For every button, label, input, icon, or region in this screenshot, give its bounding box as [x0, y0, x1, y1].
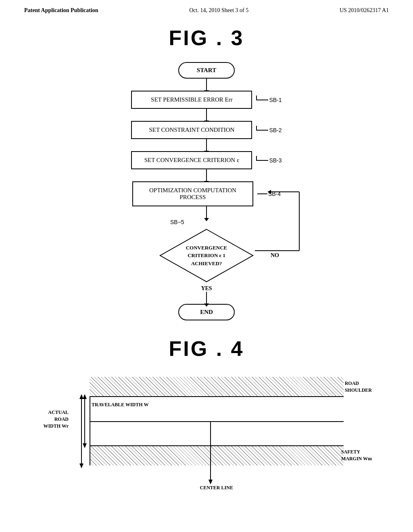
sb2-label: SB-2 — [256, 127, 282, 133]
sb5-label: SB−5 — [170, 218, 184, 226]
fig3-title: FIG . 3 — [169, 26, 244, 50]
road-shoulder-label: ROADSHOULDER — [345, 380, 372, 394]
step-sb3-row: SET CONVERGENCE CRITERION ε SB-3 — [131, 151, 282, 169]
yes-label: YES — [201, 285, 212, 292]
svg-marker-10 — [83, 443, 87, 448]
arrow-sb5-end — [206, 292, 207, 304]
svg-marker-12 — [209, 480, 213, 484]
sb2-box: SET CONSTRAINT CONDITION — [131, 121, 252, 139]
fig4-title: FIG . 4 — [24, 337, 389, 361]
svg-marker-9 — [83, 394, 87, 399]
arrow-sb2-sb3 — [206, 139, 207, 151]
center-line-arrow-svg — [90, 377, 332, 498]
page-header: Patent Application Publication Oct. 14, … — [0, 0, 413, 18]
feedback-area: OPTIMIZATION COMPUTATION PROCESS SB-4 SB… — [86, 169, 327, 304]
arrow-sb1-sb2 — [206, 109, 207, 121]
start-shape: START — [178, 62, 235, 79]
page-content: FIG . 3 START SET PERMISSIBLE ERROR Err … — [0, 18, 413, 506]
safety-margin-label: SAFETYMARGIN Wm — [341, 449, 372, 462]
sb1-box: SET PERMISSIBLE ERROR Err — [131, 91, 252, 109]
step-sb1-row: SET PERMISSIBLE ERROR Err SB-1 — [131, 91, 282, 109]
header-publication: Patent Application Publication — [24, 7, 98, 14]
sb5-diamond: CONVERGENCE CRITERION ε 1 ACHIEVED? NO — [158, 227, 255, 284]
step-sb2-row: SET CONSTRAINT CONDITION SB-2 — [131, 121, 282, 139]
sb4-label: SB-4 — [257, 191, 281, 197]
yes-branch: YES — [201, 284, 212, 304]
arrow-sb4-sb5 — [206, 206, 207, 218]
header-date-sheet: Oct. 14, 2010 Sheet 3 of 5 — [189, 7, 248, 14]
sb3-label: SB-3 — [256, 157, 282, 164]
sb3-box: SET CONVERGENCE CRITERION ε — [131, 151, 252, 169]
fig4-diagram: TRAVELABLE WIDTH W ACTUALROADWIDTH Wr RO… — [41, 377, 372, 498]
arrow-sb3-sb4 — [206, 169, 207, 181]
center-line-label: CENTER LINE — [200, 485, 233, 491]
flowchart-fig3: START SET PERMISSIBLE ERROR Err SB-1 SET… — [86, 62, 327, 320]
fig4-section: FIG . 4 — [24, 337, 389, 498]
sb4-box: OPTIMIZATION COMPUTATION PROCESS — [132, 181, 253, 206]
sb1-label: SB-1 — [256, 97, 282, 103]
arrow-start-sb1 — [206, 79, 207, 91]
diamond-text: CONVERGENCE CRITERION ε 1 ACHIEVED? — [186, 244, 227, 268]
step-sb4-row: OPTIMIZATION COMPUTATION PROCESS SB-4 — [132, 181, 281, 206]
actual-road-label: ACTUALROADWIDTH Wr — [41, 409, 69, 429]
no-label: NO — [271, 252, 279, 259]
header-patent-number: US 2010/0262317 A1 — [340, 7, 389, 14]
